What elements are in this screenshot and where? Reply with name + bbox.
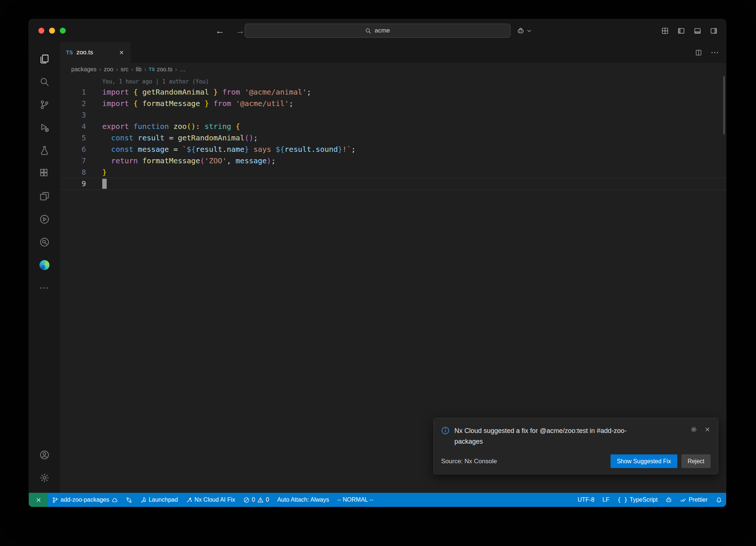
line-content: import { getRandomAnimal } from '@acme/a… xyxy=(102,86,311,98)
search-icon xyxy=(39,77,49,87)
code-line[interactable]: 8} xyxy=(60,167,726,178)
account-icon xyxy=(39,450,49,460)
gitlens-blame-annotation[interactable]: You, 1 hour ago | 1 author (You) xyxy=(60,77,726,86)
code-line[interactable]: 2import { formatMessage } from '@acme/ut… xyxy=(60,98,726,109)
status-label: TypeScript xyxy=(630,496,658,503)
activity-source-control-button[interactable] xyxy=(29,93,60,116)
cloud-icon xyxy=(111,497,118,503)
activity-settings-button[interactable] xyxy=(29,466,60,489)
code-line[interactable]: 6 const message = `${result.name} says $… xyxy=(60,144,726,155)
status-vim-mode[interactable]: -- NORMAL -- xyxy=(333,493,377,507)
edge-devtools-icon xyxy=(39,260,49,270)
breadcrumb-item[interactable]: TSzoo.ts xyxy=(149,66,172,73)
activity-explorer-button[interactable] xyxy=(29,47,60,70)
zoom-window-button[interactable] xyxy=(60,28,66,34)
typescript-file-icon: TS xyxy=(66,50,73,55)
copilot-menu[interactable] xyxy=(517,19,532,42)
activity-run-debug-button[interactable] xyxy=(29,116,60,139)
code-line[interactable]: 9 xyxy=(60,178,726,190)
activity-project-graph-button[interactable] xyxy=(29,231,60,253)
breadcrumb-item[interactable]: lib xyxy=(136,66,142,73)
breadcrumb-item[interactable]: … xyxy=(180,66,186,73)
breadcrumb-item[interactable]: src xyxy=(121,66,128,73)
braces-icon: { } xyxy=(618,496,628,503)
show-suggested-fix-button[interactable]: Show Suggested Fix xyxy=(611,454,677,468)
search-value: acme xyxy=(375,27,390,34)
status-label: Auto Attach: Always xyxy=(277,496,329,503)
status-git-graph[interactable] xyxy=(122,493,136,507)
status-auto-attach[interactable]: Auto Attach: Always xyxy=(273,493,333,507)
activity-remote-explorer-button[interactable] xyxy=(29,185,60,208)
git-compare-icon xyxy=(126,497,132,503)
status-language[interactable]: { }TypeScript xyxy=(614,493,662,507)
status-prettier[interactable]: Prettier xyxy=(676,493,712,507)
status-label: Launchpad xyxy=(149,496,178,503)
search-icon xyxy=(365,28,371,34)
status-launchpad[interactable]: Launchpad xyxy=(136,493,182,507)
tab-bar: TS zoo.ts ✕ ⋯ xyxy=(60,42,726,63)
notification-toast: Nx Cloud suggested a fix for @acme/zoo:t… xyxy=(433,418,718,474)
activity-more-button[interactable]: ⋯ xyxy=(29,276,60,299)
layout-panel-icon[interactable] xyxy=(694,27,701,34)
line-number: 1 xyxy=(60,86,86,98)
code-line[interactable]: 1import { getRandomAnimal } from '@acme/… xyxy=(60,86,726,98)
breadcrumb-item[interactable]: packages xyxy=(71,66,97,73)
line-content: return formatMessage('ZOO', message); xyxy=(102,155,276,167)
status-branch[interactable]: add-zoo-packages xyxy=(48,493,122,507)
minimize-window-button[interactable] xyxy=(49,28,55,34)
typescript-file-icon: TS xyxy=(149,67,155,72)
traffic-lights xyxy=(38,28,66,34)
info-icon xyxy=(441,426,450,435)
error-circle-icon xyxy=(243,497,250,503)
more-actions-icon[interactable]: ⋯ xyxy=(711,48,719,57)
activity-testing-button[interactable] xyxy=(29,139,60,162)
tab-close-icon[interactable]: ✕ xyxy=(119,49,124,56)
beaker-icon xyxy=(39,146,49,156)
activity-bar: ⋯ xyxy=(29,42,60,493)
status-notifications[interactable] xyxy=(712,493,726,507)
code-line[interactable]: 5 const result = getRandomAnimal(); xyxy=(60,132,726,144)
layout-sidebar-right-icon[interactable] xyxy=(710,27,717,34)
forward-button[interactable]: → xyxy=(236,25,245,36)
breadcrumb-item[interactable]: zoo xyxy=(104,66,113,73)
activity-extensions-button[interactable] xyxy=(29,162,60,185)
code-line[interactable]: 3 xyxy=(60,109,726,121)
git-branch-icon xyxy=(52,497,58,503)
notification-close-icon[interactable] xyxy=(704,426,711,433)
titlebar: ← → acme xyxy=(29,19,726,42)
rocket-icon xyxy=(140,497,147,503)
status-nx-cloud-ai-fix[interactable]: Nx Cloud AI Fix xyxy=(182,493,239,507)
activity-edge-tools-button[interactable] xyxy=(29,253,60,276)
bell-icon xyxy=(716,497,722,503)
status-copilot[interactable] xyxy=(662,493,676,507)
command-center-search[interactable]: acme xyxy=(245,24,511,38)
vscode-window: ← → acme ⋯ TS zoo.ts ✕ xyxy=(29,19,726,507)
split-editor-icon[interactable] xyxy=(695,50,702,56)
line-content: const result = getRandomAnimal(); xyxy=(102,132,258,144)
activity-nx-console-button[interactable] xyxy=(29,208,60,231)
activity-accounts-button[interactable] xyxy=(29,443,60,466)
activity-bar-top: ⋯ xyxy=(29,47,60,299)
notification-settings-gear-icon[interactable] xyxy=(691,426,697,433)
code-line[interactable]: 7 return formatMessage('ZOO', message); xyxy=(60,155,726,167)
status-bar: add-zoo-packagesLaunchpadNx Cloud AI Fix… xyxy=(29,493,726,507)
status-remote-indicator[interactable] xyxy=(29,493,48,507)
tab-actions: ⋯ xyxy=(695,42,719,63)
status-encoding[interactable]: UTF-8 xyxy=(574,493,598,507)
layout-sidebar-left-icon[interactable] xyxy=(678,27,685,34)
close-window-button[interactable] xyxy=(38,28,44,34)
activity-search-button[interactable] xyxy=(29,70,60,93)
status-label: UTF-8 xyxy=(578,496,594,503)
tab-zoo-ts[interactable]: TS zoo.ts ✕ xyxy=(60,42,130,63)
scrollbar[interactable] xyxy=(723,76,725,134)
status-eol[interactable]: LF xyxy=(598,493,614,507)
code-line[interactable]: 4export function zoo(): string { xyxy=(60,121,726,132)
layout-grid-icon[interactable] xyxy=(662,27,669,34)
breadcrumb-separator: › xyxy=(116,66,118,73)
reject-button[interactable]: Reject xyxy=(681,454,711,468)
chevron-down-icon xyxy=(526,28,532,34)
debug-icon xyxy=(39,123,49,133)
back-button[interactable]: ← xyxy=(215,25,224,36)
status-problems[interactable]: 00 xyxy=(239,493,273,507)
gear-icon xyxy=(39,473,49,483)
